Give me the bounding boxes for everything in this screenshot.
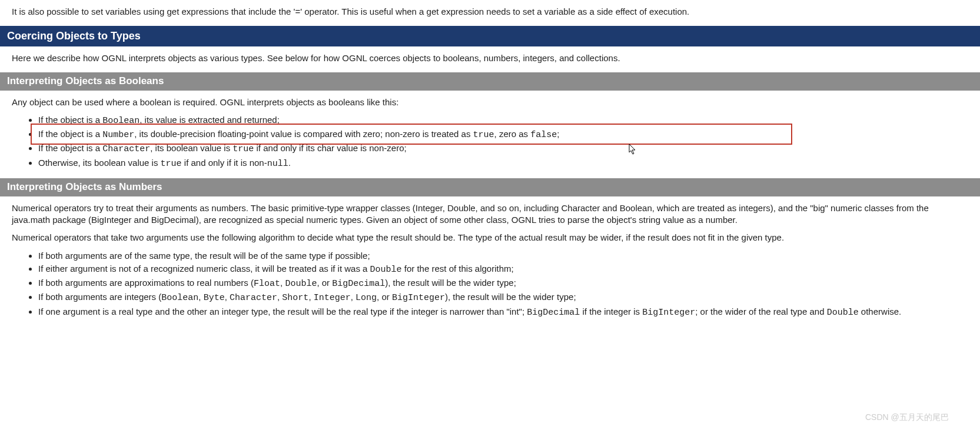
list-item: If one argument is a real type and the o… (38, 306, 968, 319)
list-item: If both arguments are of the same type, … (38, 250, 968, 262)
code-null: null (267, 159, 288, 169)
list-item: If both arguments are integers (Boolean,… (38, 291, 968, 304)
numbers-p2: Numerical operators that take two argume… (12, 232, 968, 244)
code-double: Double (370, 265, 402, 275)
intro-paragraph: It is also possible to set variables usi… (12, 6, 968, 18)
code-short: Short (282, 293, 308, 303)
code-float: Float (254, 279, 280, 289)
code-biginteger: BigInteger (392, 293, 445, 303)
section-header-booleans: Interpreting Objects as Booleans (0, 72, 980, 91)
code-double: Double (285, 279, 317, 289)
code-integer: Integer (314, 293, 351, 303)
code-biginteger: BigInteger (642, 308, 695, 318)
code-true: true (161, 159, 182, 169)
code-bigdecimal: BigDecimal (527, 308, 580, 318)
booleans-desc: Any object can be used where a boolean i… (12, 96, 968, 108)
numbers-p1: Numerical operators try to treat their a… (12, 202, 968, 226)
coercing-desc: Here we describe how OGNL interprets obj… (12, 52, 968, 64)
highlight-box (31, 124, 792, 145)
list-item: If either argument is not of a recognize… (38, 263, 968, 276)
section-header-coercing: Coercing Objects to Types (0, 26, 980, 46)
code-character: Character (102, 144, 150, 154)
list-item: Otherwise, its boolean value is true if … (38, 157, 968, 170)
code-bigdecimal: BigDecimal (332, 279, 385, 289)
code-character: Character (230, 293, 277, 303)
list-item: If both arguments are approximations to … (38, 277, 968, 290)
code-double: Double (827, 308, 859, 318)
numbers-list: If both arguments are of the same type, … (12, 250, 968, 319)
code-true: true (232, 144, 254, 154)
section-header-numbers: Interpreting Objects as Numbers (0, 178, 980, 196)
code-long: Long (356, 293, 377, 303)
code-byte: Byte (204, 293, 225, 303)
code-boolean: Boolean (161, 293, 198, 303)
